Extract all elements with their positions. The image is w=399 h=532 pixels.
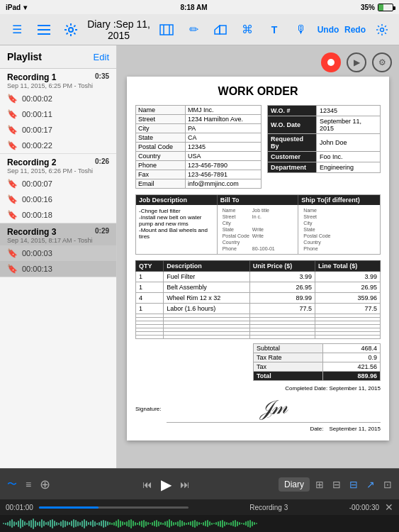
recording-3-header[interactable]: Recording 3 Sep 14, 2015, 8:17 AM - Tosh… [0, 223, 116, 245]
add-button[interactable]: ⊞ [313, 476, 327, 493]
item-0-qty: 1 [136, 272, 164, 282]
list-button[interactable] [33, 18, 55, 41]
redo-button[interactable]: Redo [344, 18, 366, 41]
recording-1-item-2[interactable]: 🔖 00:00:17 [0, 122, 116, 138]
waveform-bar-item [37, 522, 38, 526]
play-button[interactable]: ▶ [347, 52, 366, 72]
svg-marker-8 [215, 26, 220, 34]
waveform-bar-item [232, 521, 234, 526]
job-desc-header: Job Description [136, 195, 218, 205]
postal-label: Postal Code [136, 143, 186, 152]
waveform-bar-item [190, 521, 191, 526]
recording-3-item-1[interactable]: 🔖 00:00:13 [0, 261, 116, 277]
waveform-bar-item [50, 520, 51, 527]
menu-button[interactable]: ☰ [6, 18, 28, 41]
qty-header: QTY [136, 261, 164, 272]
recording-2-time-0: 00:00:07 [22, 179, 52, 188]
table-row: 1 Labor (1.6 hours) 77.5 77.5 [136, 304, 381, 314]
eraser-icon[interactable] [209, 18, 232, 41]
battery-icon [378, 4, 393, 11]
recording-2-item-1[interactable]: 🔖 00:00:16 [0, 192, 116, 207]
mic-icon[interactable]: 🎙 [290, 18, 313, 41]
email-label: Email [136, 179, 186, 189]
waveform-bar-item [101, 521, 102, 526]
recording-1-item-0[interactable]: 🔖 00:00:02 [0, 91, 116, 106]
name-value: MMJ Inc. [186, 106, 262, 115]
frame-button[interactable] [155, 18, 178, 41]
waveform-bar-item [28, 521, 30, 526]
recording-3-item-0[interactable]: 🔖 00:00:03 [0, 245, 116, 261]
phone-label: Phone [136, 161, 186, 170]
job-desc-line-0: -Chnge fuel filter [139, 208, 214, 214]
waveform-bar-item [86, 521, 87, 526]
waveform-bar-item [94, 521, 96, 526]
waveform-bar [0, 515, 399, 532]
waveform-bar-item [201, 523, 202, 524]
waveform-bar-item [139, 521, 140, 526]
completed-row: Completed Date: September 11, 2015 [135, 385, 381, 392]
date-value: September 11, 2015 [330, 426, 381, 432]
item-3-unit: 77.5 [249, 304, 315, 314]
waveform-bar-item [154, 521, 155, 526]
recording-2-title: Recording 2 [7, 157, 93, 167]
diary-button[interactable]: Diary [279, 477, 310, 492]
signature-label: Signature: [135, 406, 161, 412]
close-button[interactable]: ✕ [385, 501, 393, 513]
settings-icon[interactable] [60, 18, 82, 41]
grid-button[interactable]: ⊟ [330, 476, 344, 493]
department-value: Engineering [316, 162, 380, 173]
waveform-bar-item [41, 519, 43, 528]
waveform-bar-item [175, 522, 176, 525]
recording-3-title: Recording 3 [7, 227, 92, 237]
layers-button[interactable]: ⊟ [347, 476, 361, 493]
recording-1-header[interactable]: Recording 1 Sep 11, 2015, 6:25 PM - Tosh… [0, 69, 116, 91]
waveform-bar-item [35, 521, 36, 527]
recording-1-time-0: 00:00:02 [22, 94, 52, 103]
expand-button[interactable]: ⊡ [381, 476, 395, 493]
text-icon[interactable]: T [263, 18, 286, 41]
waveform-bar-item [64, 521, 66, 527]
progress-track[interactable] [39, 506, 189, 509]
waveform-bar-item [226, 522, 227, 525]
waveform-bar-item [196, 521, 198, 526]
name-label: Name [136, 106, 186, 115]
item-2-desc: Wheel Rim 12 x 32 [164, 293, 250, 304]
next-button[interactable]: ⏭ [177, 476, 193, 493]
recording-2-item-2[interactable]: 🔖 00:00:18 [0, 207, 116, 223]
state-value: CA [186, 133, 262, 143]
waveform-button[interactable]: 〜 [4, 475, 20, 494]
add-track-button[interactable]: ⊕ [37, 474, 53, 495]
recording-1-item-1[interactable]: 🔖 00:00:11 [0, 106, 116, 122]
waveform-bar-item [256, 523, 257, 524]
totals-section: Subtotal 468.4 Tax Rate 0.9 Tax 421.56 T… [135, 343, 381, 381]
bottom-bar: 〜 ≡ ⊕ ⏮ ▶ ⏭ Diary ⊞ ⊟ ⊟ ↗ ⊡ 00:01:00 Rec… [0, 468, 399, 532]
recording-3-time-1: 00:00:13 [22, 265, 52, 273]
edit-button[interactable]: Edit [94, 52, 109, 62]
recording-1-time-1: 00:00:11 [22, 110, 52, 118]
waveform-bar-item [211, 523, 213, 525]
signature-area[interactable]: 𝒥𝓂 [167, 394, 381, 423]
waveform-bar-item [58, 523, 60, 525]
lasso-icon[interactable]: ⌘ [236, 18, 259, 41]
list-view-button[interactable]: ≡ [23, 476, 34, 493]
recording-1-time-2: 00:00:17 [22, 126, 52, 134]
arrow-button[interactable]: ↗ [364, 476, 378, 493]
undo-button[interactable]: Undo [317, 18, 339, 41]
waveform-bar-item [224, 521, 225, 526]
waveform-bar-item [194, 520, 196, 528]
pencil-icon[interactable]: ✏ [182, 18, 205, 41]
department-label: Department [268, 162, 317, 173]
tax-value: 421.56 [323, 362, 381, 372]
recording-2-item-0[interactable]: 🔖 00:00:07 [0, 176, 116, 192]
record-button[interactable] [321, 52, 341, 72]
playback-settings-button[interactable]: ⚙ [372, 52, 392, 72]
gear-icon[interactable] [371, 18, 393, 41]
item-3-desc: Labor (1.6 hours) [164, 304, 250, 314]
play-pause-button[interactable]: ▶ [158, 473, 174, 496]
bookmark-icon: 🔖 [7, 194, 18, 204]
recording-1-item-3[interactable]: 🔖 00:00:22 [0, 138, 116, 153]
recording-2-header[interactable]: Recording 2 Sep 11, 2015, 6:26 PM - Tosh… [0, 154, 116, 176]
waveform-bar-item [7, 522, 9, 526]
work-order-document: WORK ORDER NameMMJ Inc. Street1234 Hamil… [127, 77, 389, 440]
prev-button[interactable]: ⏮ [140, 476, 155, 493]
